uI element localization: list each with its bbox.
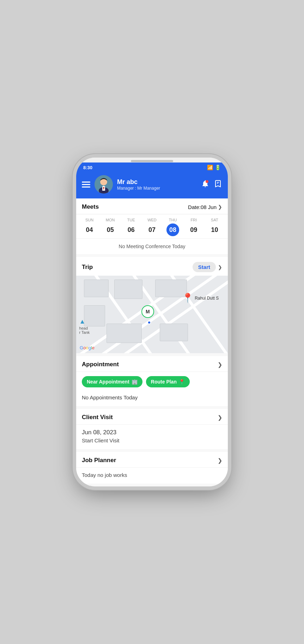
time-display: 8:30	[83, 165, 92, 170]
map-container[interactable]: ▲ head r Tank M 📍 Rahul Dutt S	[76, 276, 228, 353]
status-icons: 📶 🔋	[207, 165, 221, 170]
no-meeting-message: No Meeting Conference Today	[76, 238, 228, 254]
clipboard-button[interactable]	[214, 179, 222, 190]
calendar-row: SUN04MON05TUE06WED07THU08FRI09SAT10	[76, 214, 228, 238]
phone-top-bar	[76, 158, 228, 162]
job-planner-chevron-icon: ❯	[218, 457, 222, 464]
near-appointment-button[interactable]: Near Appointment 🏢	[82, 376, 142, 387]
pin-label: Rahul Dutt S	[195, 296, 219, 301]
route-plan-button[interactable]: Route Plan 📍	[146, 376, 190, 387]
day-number: 05	[104, 223, 117, 236]
user-info: Mr abc Manager : Mr Manager	[117, 178, 197, 191]
client-visit-section: Client Visit ❯ Jun 08, 2023 Start Client…	[76, 409, 228, 449]
job-planner-title: Job Planner	[82, 457, 116, 464]
appointment-buttons: Near Appointment 🏢 Route Plan 📍	[76, 372, 228, 392]
date-nav[interactable]: Date:08 Jun ❯	[188, 204, 222, 210]
map-location-dot	[147, 321, 151, 324]
avatar	[95, 175, 113, 194]
client-visit-header: Client Visit ❯	[76, 409, 228, 425]
calendar-day[interactable]: SUN04	[82, 216, 97, 238]
no-appointments-message: No Appointments Today	[76, 392, 228, 406]
appointment-header: Appointment ❯	[76, 356, 228, 372]
date-label: Date:08 Jun	[188, 204, 217, 210]
client-visit-action: Start Client Visit	[82, 437, 222, 443]
start-trip-button[interactable]: Start	[193, 262, 216, 272]
day-name: SUN	[85, 218, 93, 222]
trip-header: Trip Start ❯	[76, 257, 228, 276]
day-name: SAT	[211, 218, 218, 222]
job-planner-section: Job Planner ❯ Today no job works	[76, 452, 228, 484]
notch-bar	[131, 160, 173, 162]
phone-frame: 8:30 📶 🔋	[76, 158, 228, 486]
day-number: 04	[83, 223, 96, 236]
notification-button[interactable]	[201, 179, 209, 190]
app-header: Mr abc Manager : Mr Manager	[76, 172, 228, 198]
calendar-day[interactable]: WED07	[144, 216, 160, 238]
client-visit-title: Client Visit	[82, 414, 113, 421]
client-visit-body: Jun 08, 2023 Start Client Visit	[76, 425, 228, 449]
day-number: 06	[125, 223, 138, 236]
main-content: Meets Date:08 Jun ❯ SUN04MON05TUE06WED07…	[76, 198, 228, 486]
appointment-section: Appointment ❯ Near Appointment 🏢 Route P…	[76, 356, 228, 406]
client-visit-date: Jun 08, 2023	[82, 429, 222, 436]
date-chevron-icon: ❯	[218, 204, 222, 210]
active-day-number: 08	[166, 223, 179, 236]
map-destination-pin: 📍 Rahul Dutt S	[182, 293, 219, 303]
day-name: MON	[106, 218, 115, 222]
battery-icon: 🔋	[215, 165, 221, 170]
day-name: WED	[147, 218, 157, 222]
meets-title: Meets	[82, 203, 99, 210]
pin-icon: 📍	[182, 293, 193, 303]
calendar-day[interactable]: THU08	[165, 216, 181, 238]
client-visit-chevron-icon: ❯	[218, 414, 222, 421]
day-name: FRI	[190, 218, 197, 222]
appointment-chevron-icon: ❯	[218, 361, 222, 368]
near-appointment-icon: 🏢	[132, 379, 138, 385]
meets-header: Meets Date:08 Jun ❯	[76, 198, 228, 214]
map-background: ▲ head r Tank M 📍 Rahul Dutt S	[76, 276, 228, 353]
trip-section: Trip Start ❯	[76, 257, 228, 353]
calendar-day[interactable]: FRI09	[186, 216, 201, 238]
status-bar: 8:30 📶 🔋	[76, 162, 228, 172]
google-logo: Google	[80, 345, 95, 350]
appointment-title: Appointment	[82, 361, 119, 368]
wifi-icon: 📶	[207, 165, 213, 170]
manager-label: Manager : Mr Manager	[117, 186, 197, 191]
trip-title: Trip	[82, 264, 93, 271]
day-number: 09	[187, 223, 200, 236]
hamburger-menu[interactable]	[82, 182, 90, 188]
job-planner-header: Job Planner ❯	[76, 452, 228, 468]
header-icons	[201, 179, 222, 190]
day-number: 10	[208, 223, 221, 236]
job-planner-body: Today no job works	[76, 468, 228, 484]
svg-point-7	[206, 180, 208, 183]
calendar-day[interactable]: SAT10	[207, 216, 222, 238]
calendar-day[interactable]: MON05	[103, 216, 118, 238]
map-marker-m: M	[141, 305, 154, 318]
day-name: TUE	[127, 218, 135, 222]
day-name: THU	[169, 218, 177, 222]
user-name: Mr abc	[117, 178, 197, 186]
trip-chevron-icon: ❯	[218, 264, 222, 270]
route-plan-icon: 📍	[179, 379, 185, 385]
meets-section: Meets Date:08 Jun ❯ SUN04MON05TUE06WED07…	[76, 198, 228, 254]
calendar-day[interactable]: TUE06	[123, 216, 139, 238]
day-number: 07	[146, 223, 158, 236]
